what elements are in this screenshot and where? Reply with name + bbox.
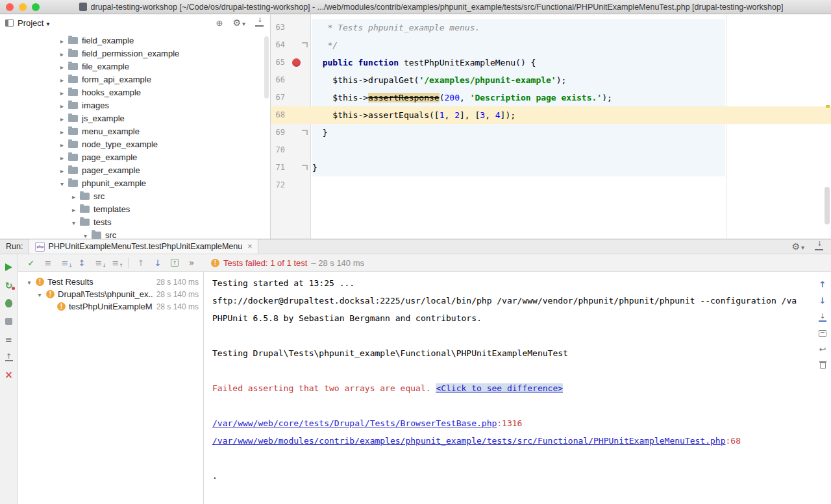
hide-panel-icon[interactable] [815,243,823,250]
code-text[interactable]: $this->assertEquals([1, 2], [3, 4]); [311,106,515,124]
gutter-cell[interactable]: 64 [271,36,311,54]
gutter-cell[interactable]: 63 [271,19,311,36]
close-tab-icon[interactable]: × [247,242,252,251]
chevron-down-icon[interactable] [36,289,43,299]
chevron-right-icon[interactable] [58,62,66,71]
more-actions-icon[interactable] [184,256,199,270]
previous-failed-test-icon[interactable] [133,256,149,270]
down-stack-trace-icon[interactable] [817,296,828,306]
debug-button[interactable] [4,298,14,308]
line-number[interactable]: 72 [271,176,285,194]
code-text[interactable]: * Tests phpunit_example menus. [311,19,480,36]
scroll-to-end-icon[interactable] [819,312,826,322]
rerun-failed-tests-button[interactable] [4,280,14,290]
close-run-panel-button[interactable] [4,370,14,379]
gutter-cell[interactable]: 68 [271,106,311,124]
project-tree-item[interactable]: images [0,99,270,112]
code-editor[interactable]: 63 * Tests phpunit_example menus. 64 */ … [271,14,831,239]
chevron-down-icon[interactable] [26,277,32,287]
test-class-row[interactable]: Drupal\Tests\phpunit_ex... 28 s 140 ms [18,288,203,300]
project-tree-item-phpunit-example[interactable]: phpunit_example [0,176,270,189]
project-tree-item[interactable]: src [0,189,270,202]
line-number[interactable]: 63 [271,19,285,36]
chevron-right-icon[interactable] [58,101,66,110]
chevron-down-icon[interactable] [82,230,89,239]
run-settings-button[interactable] [791,241,804,252]
hide-panel-icon[interactable] [255,19,264,27]
project-settings-button[interactable] [232,18,245,28]
code-text[interactable]: } [311,124,327,141]
code-text[interactable] [311,176,312,194]
expand-all-icon[interactable] [91,256,106,270]
zoom-window-button[interactable] [32,3,40,11]
code-area[interactable]: 63 * Tests phpunit_example menus. 64 */ … [271,14,831,239]
rerun-button[interactable] [4,262,14,272]
editor-scrollbar[interactable] [825,187,830,224]
chevron-right-icon[interactable] [58,126,66,136]
chevron-right-icon[interactable] [58,152,66,162]
show-passed-icon[interactable] [23,256,39,270]
stop-button[interactable] [4,317,14,326]
fold-marker-icon[interactable] [302,130,308,135]
project-tree-item[interactable]: src [0,228,270,239]
line-number[interactable]: 64 [271,36,285,54]
code-text[interactable]: } [311,159,317,176]
sort-by-duration-icon[interactable] [57,256,73,270]
project-tree-item[interactable]: node_type_example [0,138,270,150]
up-stack-trace-icon[interactable] [817,280,828,289]
chevron-right-icon[interactable] [58,75,66,84]
chevron-right-icon[interactable] [58,165,66,175]
code-line[interactable]: 72 [271,176,831,194]
chevron-down-icon[interactable] [70,217,77,227]
chevron-right-icon[interactable] [58,49,66,58]
line-number[interactable]: 70 [271,141,285,159]
chevron-down-icon[interactable] [58,178,66,188]
code-text[interactable]: $this->drupalGet('/examples/phpunit-exam… [311,71,566,89]
chevron-right-icon[interactable] [58,88,66,97]
chevron-right-icon[interactable] [58,36,66,45]
project-tree-item-tests[interactable]: tests [0,215,270,228]
project-tree-item[interactable]: file_example [0,60,270,73]
clear-console-icon[interactable] [817,361,828,370]
code-line[interactable]: 67 $this->assertResponse(200, 'Descripti… [271,89,831,106]
sort-alphabetically-icon[interactable] [74,256,90,270]
project-tree-item[interactable]: menu_example [0,125,270,138]
run-tab[interactable]: PHPUnitExampleMenuTest.testPhpUnitExampl… [29,239,258,254]
project-tree-item[interactable]: hooks_example [0,86,270,99]
code-text[interactable]: $this->assertResponse(200, 'Description … [311,89,612,106]
gutter-cell[interactable]: 72 [271,176,311,194]
failed-test-gutter-icon[interactable] [292,58,301,67]
project-tree-item[interactable]: templates [0,202,270,215]
minimize-window-button[interactable] [19,3,27,11]
chevron-right-icon[interactable] [70,191,77,201]
import-test-results-icon[interactable] [167,256,182,270]
close-window-button[interactable] [6,3,14,11]
test-results-tree[interactable]: Test Results 28 s 140 ms Drupal\Tests\ph… [18,272,204,504]
export-test-results-icon[interactable] [5,353,13,361]
code-line[interactable]: 65 public function testPhpUnitExampleMen… [271,54,831,71]
project-tree-item[interactable]: js_example [0,112,270,125]
test-results-root-row[interactable]: Test Results 28 s 140 ms [18,276,203,288]
fold-marker-icon[interactable] [302,165,308,170]
project-tree-item[interactable]: field_permission_example [0,47,270,60]
test-console[interactable]: Testing started at 13:25 ... sftp://dock… [204,272,831,504]
gutter-cell[interactable]: 69 [271,124,311,141]
chevron-right-icon[interactable] [58,114,66,123]
gutter-cell[interactable]: 70 [271,141,311,159]
console-link[interactable]: /var/www/web/core/tests/Drupal/Tests/Bro… [212,418,497,428]
collapse-all-icon[interactable] [108,256,123,270]
project-tree-item[interactable]: page_example [0,150,270,163]
project-view-selector[interactable]: Project [18,18,50,28]
test-method-row[interactable]: testPhpUnitExampleM... 28 s 140 ms [18,300,203,313]
code-line[interactable]: 69 } [271,124,831,141]
gutter-cell[interactable]: 71 [271,159,311,176]
gutter-cell[interactable]: 67 [271,89,311,106]
code-text[interactable]: public function testPhpUnitExampleMenu()… [311,54,536,71]
code-text[interactable] [311,141,312,159]
code-line[interactable]: 70 [271,141,831,159]
soft-wrap-icon[interactable] [817,344,828,354]
line-number[interactable]: 68 [271,106,285,124]
print-icon[interactable] [817,328,828,338]
line-number[interactable]: 71 [271,159,285,176]
show-ignored-icon[interactable] [40,256,56,270]
